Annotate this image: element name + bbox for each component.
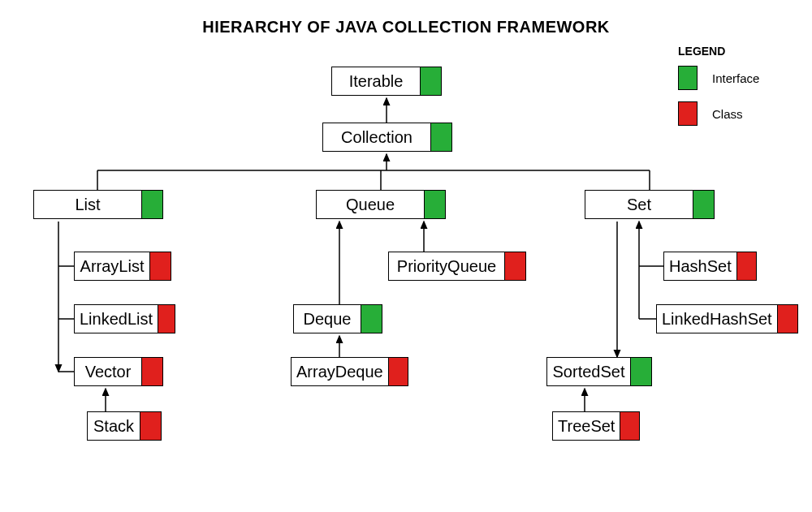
node-queue-label: Queue xyxy=(317,196,424,214)
interface-swatch-icon xyxy=(678,66,698,90)
node-treeset-label: TreeSet xyxy=(553,417,620,436)
class-tag-icon xyxy=(620,412,639,440)
interface-tag-icon xyxy=(630,358,651,385)
node-arraydeque-label: ArrayDeque xyxy=(292,363,388,381)
node-sortedset-label: SortedSet xyxy=(547,363,630,381)
node-linkedlist: LinkedList xyxy=(74,304,175,333)
node-hashset-label: HashSet xyxy=(664,257,736,276)
node-set-label: Set xyxy=(585,196,693,214)
node-treeset: TreeSet xyxy=(552,411,640,441)
node-vector: Vector xyxy=(74,357,163,386)
node-stack: Stack xyxy=(87,411,162,441)
class-tag-icon xyxy=(504,252,525,280)
class-tag-icon xyxy=(736,252,756,280)
node-priorityqueue: PriorityQueue xyxy=(388,252,526,281)
node-linkedhashset: LinkedHashSet xyxy=(656,304,798,333)
node-vector-label: Vector xyxy=(75,363,141,381)
interface-tag-icon xyxy=(693,191,714,218)
interface-tag-icon xyxy=(361,305,382,333)
diagram-title: HIERARCHY OF JAVA COLLECTION FRAMEWORK xyxy=(0,18,812,37)
node-linkedlist-label: LinkedList xyxy=(75,310,158,329)
interface-tag-icon xyxy=(141,191,162,218)
node-iterable-label: Iterable xyxy=(332,72,420,91)
legend: LEGEND Interface Class xyxy=(678,45,759,137)
class-tag-icon xyxy=(141,358,162,385)
class-tag-icon xyxy=(140,412,161,440)
node-priorityqueue-label: PriorityQueue xyxy=(389,257,504,276)
interface-tag-icon xyxy=(430,123,451,151)
node-arraydeque: ArrayDeque xyxy=(291,357,408,386)
node-deque-label: Deque xyxy=(294,310,361,329)
node-list: List xyxy=(33,190,163,219)
node-collection-label: Collection xyxy=(323,128,430,147)
node-deque: Deque xyxy=(293,304,382,333)
node-list-label: List xyxy=(34,196,141,214)
interface-tag-icon xyxy=(420,67,441,95)
legend-interface-label: Interface xyxy=(712,71,759,85)
class-tag-icon xyxy=(777,305,797,333)
node-iterable: Iterable xyxy=(331,67,442,96)
legend-row-class: Class xyxy=(678,101,759,126)
node-linkedhashset-label: LinkedHashSet xyxy=(657,310,777,329)
node-hashset: HashSet xyxy=(663,252,757,281)
class-swatch-icon xyxy=(678,101,698,126)
class-tag-icon xyxy=(158,305,175,333)
legend-class-label: Class xyxy=(712,107,743,121)
class-tag-icon xyxy=(388,358,408,385)
node-arraylist-label: ArrayList xyxy=(75,257,149,276)
node-sortedset: SortedSet xyxy=(546,357,652,386)
node-stack-label: Stack xyxy=(88,417,140,436)
class-tag-icon xyxy=(149,252,171,280)
node-arraylist: ArrayList xyxy=(74,252,171,281)
node-collection: Collection xyxy=(322,123,452,152)
interface-tag-icon xyxy=(424,191,445,218)
node-set: Set xyxy=(585,190,715,219)
node-queue: Queue xyxy=(316,190,446,219)
legend-row-interface: Interface xyxy=(678,66,759,90)
legend-heading: LEGEND xyxy=(678,45,759,58)
